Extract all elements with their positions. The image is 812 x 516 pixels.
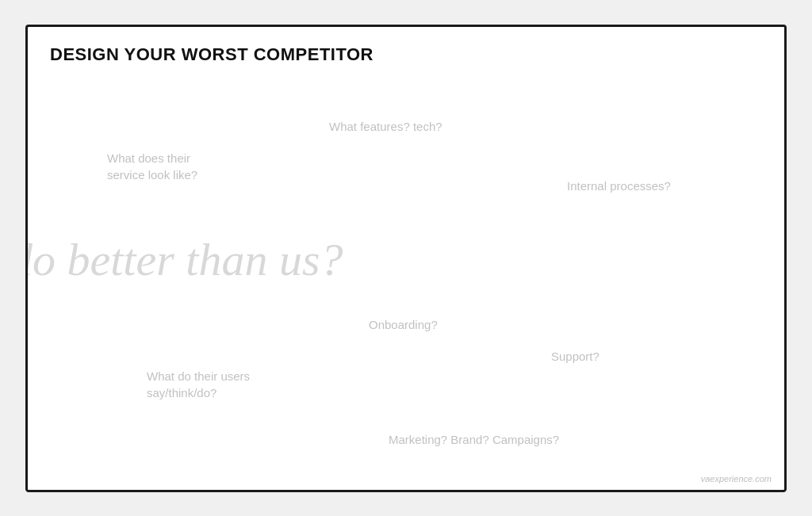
users-text: What do their users say/think/do? [147, 368, 250, 401]
support-text: Support? [551, 348, 599, 365]
service-text: What does their service look like? [107, 150, 197, 183]
users-line2: say/think/do? [147, 386, 216, 399]
service-line1: What does their [107, 151, 190, 165]
marketing-text: Marketing? Brand? Campaigns? [389, 431, 559, 448]
center-big-text: What do they do better than us? [25, 233, 406, 286]
users-line1: What do their users [147, 369, 250, 383]
service-line2: service look like? [107, 168, 197, 182]
onboarding-text: Onboarding? [369, 316, 438, 333]
watermark: vaexperience.com [701, 474, 772, 484]
card-title: DESIGN YOUR WORST COMPETITOR [50, 44, 373, 65]
features-text: What features? tech? [329, 118, 442, 135]
main-card: DESIGN YOUR WORST COMPETITOR What featur… [25, 25, 787, 492]
internal-text: Internal processes? [567, 178, 671, 194]
